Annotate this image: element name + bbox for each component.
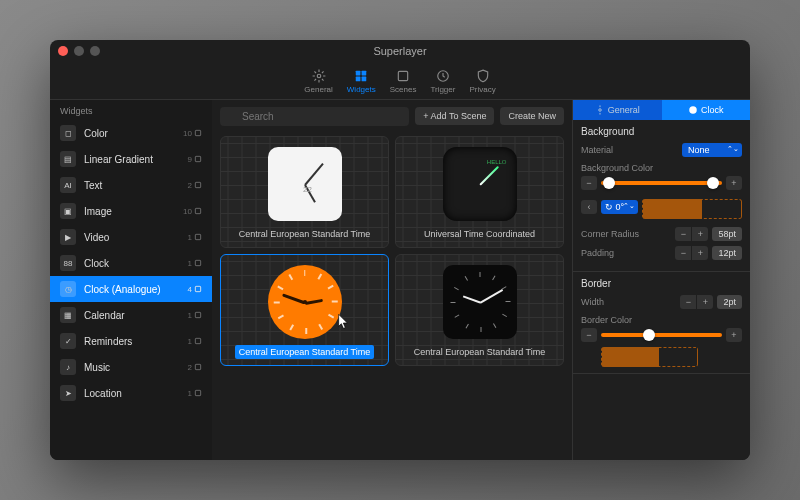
padding-label: Padding [581,248,671,258]
inspector-tab-general[interactable]: General [573,100,662,120]
bg-color-label: Background Color [581,163,742,173]
material-label: Material [581,145,678,155]
padding-value: 12pt [712,246,742,260]
music-icon: ♪ [60,359,76,375]
inspector: General Clock Background Material None B… [572,100,750,460]
border-color-add-button[interactable]: + [726,328,742,342]
angle-back-button[interactable]: ‹ [581,200,597,214]
sidebar-item-label: Location [84,388,180,399]
grid-icon [353,68,369,84]
create-new-button[interactable]: Create New [500,107,564,125]
close-window-button[interactable] [58,46,68,56]
sidebar-item-clock-analogue-[interactable]: ◷ Clock (Analogue) 4 [50,276,212,302]
card-label: Central European Standard Time [235,345,375,359]
sidebar-item-label: Color [84,128,175,139]
sidebar-item-count: 10 [183,207,202,216]
shield-icon [475,68,491,84]
tab-widgets[interactable]: Widgets [347,68,376,94]
svg-point-0 [317,74,321,78]
svg-rect-7 [195,130,200,135]
calendar-icon: ▦ [60,307,76,323]
sidebar-item-image[interactable]: ▣ Image 10 [50,198,212,224]
sidebar-item-count: 4 [188,285,202,294]
svg-rect-3 [356,76,361,81]
sidebar-item-count: 1 [188,311,202,320]
corner-radius-label: Corner Radius [581,229,671,239]
svg-rect-2 [362,70,367,75]
sidebar-item-music[interactable]: ♪ Music 2 [50,354,212,380]
sidebar-item-label: Reminders [84,336,180,347]
svg-point-21 [689,106,697,114]
tab-scenes[interactable]: Scenes [390,68,417,94]
main-panel: + Add To Scene Create New 22 Central Eur… [212,100,572,460]
body: Widgets ◻ Color 10 ▤ Linear Gradient 9 A… [50,100,750,460]
sidebar-item-label: Text [84,180,180,191]
section-border: Border Width −+ 2pt Border Color − + [573,272,750,374]
window-controls [58,46,100,56]
sidebar-item-count: 1 [188,337,202,346]
border-color-remove-button[interactable]: − [581,328,597,342]
svg-rect-1 [356,70,361,75]
sidebar-item-calendar[interactable]: ▦ Calendar 1 [50,302,212,328]
border-color-label: Border Color [581,315,742,325]
widget-card[interactable]: Central European Standard Time [220,254,389,366]
widget-card[interactable]: HELLO Universal Time Coordinated [395,136,564,248]
sidebar-item-text[interactable]: AI Text 2 [50,172,212,198]
sidebar-item-linear-gradient[interactable]: ▤ Linear Gradient 9 [50,146,212,172]
corner-radius-stepper[interactable]: −+ [675,227,708,241]
sidebar-item-color[interactable]: ◻ Color 10 [50,120,212,146]
AI-icon: AI [60,177,76,193]
widget-grid: 22 Central European Standard Time HELLO … [212,132,572,460]
tab-trigger[interactable]: Trigger [430,68,455,94]
sidebar-header: Widgets [50,100,212,120]
add-to-scene-button[interactable]: + Add To Scene [415,107,494,125]
svg-rect-16 [195,364,200,369]
tab-privacy[interactable]: Privacy [469,68,495,94]
sidebar-item-reminders[interactable]: ✓ Reminders 1 [50,328,212,354]
bg-color-add-button[interactable]: + [726,176,742,190]
card-label: Universal Time Coordinated [420,227,539,241]
svg-rect-15 [195,338,200,343]
search-input[interactable] [220,107,409,126]
sidebar-item-clock[interactable]: 88 Clock 1 [50,250,212,276]
card-preview: HELLO [443,147,517,221]
card-label: Central European Standard Time [410,345,550,359]
check-icon: ✓ [60,333,76,349]
widget-card[interactable]: Central European Standard Time [395,254,564,366]
bg-color-slider[interactable] [601,181,722,185]
sidebar-item-count: 1 [188,233,202,242]
sidebar-item-count: 2 [188,363,202,372]
inspector-tab-clock[interactable]: Clock [662,100,751,120]
svg-rect-13 [195,286,200,291]
stack-icon [395,68,411,84]
card-label: Central European Standard Time [235,227,375,241]
video-icon: ▶ [60,229,76,245]
svg-rect-10 [195,208,200,213]
material-select[interactable]: None [682,143,742,157]
sidebar-item-label: Video [84,232,180,243]
bg-color-remove-button[interactable]: − [581,176,597,190]
border-width-value: 2pt [717,295,742,309]
card-preview [268,265,342,339]
tab-general[interactable]: General [304,68,332,94]
angle-select[interactable]: ↻ 0° [601,200,638,214]
sidebar-item-count: 9 [188,155,202,164]
section-title-border: Border [581,278,742,289]
svg-rect-17 [195,390,200,395]
card-preview [443,265,517,339]
padding-stepper[interactable]: −+ [675,246,708,260]
sidebar-item-video[interactable]: ▶ Video 1 [50,224,212,250]
gradient-icon: ▤ [60,151,76,167]
minimize-window-button[interactable] [74,46,84,56]
sidebar-item-location[interactable]: ➤ Location 1 [50,380,212,406]
border-color-slider[interactable] [601,333,722,337]
maximize-window-button[interactable] [90,46,100,56]
sidebar-item-count: 1 [188,389,202,398]
border-width-stepper[interactable]: −+ [680,295,713,309]
sidebar-item-label: Clock [84,258,180,269]
sidebar-item-count: 2 [188,181,202,190]
section-background: Background Material None Background Colo… [573,120,750,272]
border-gradient-preview [601,347,698,367]
gradient-preview [642,199,742,219]
widget-card[interactable]: 22 Central European Standard Time [220,136,389,248]
